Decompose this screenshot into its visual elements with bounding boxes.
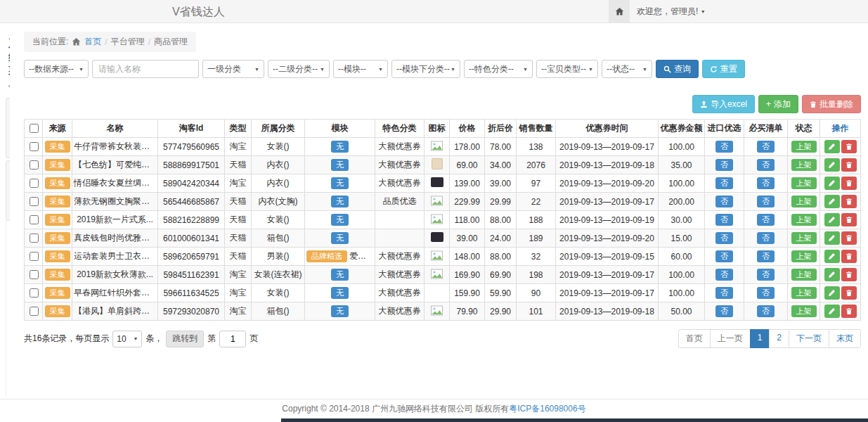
row-checkbox[interactable] bbox=[30, 252, 39, 261]
row-checkbox[interactable] bbox=[30, 142, 39, 151]
import-select-badge[interactable]: 否 bbox=[715, 159, 733, 171]
sidebar-item-1[interactable]: 模块商品分类 bbox=[9, 279, 10, 360]
search-button[interactable]: 查询 bbox=[656, 60, 699, 78]
edit-button[interactable] bbox=[824, 158, 840, 172]
per-page-select[interactable]: 10 ▼ bbox=[112, 331, 142, 347]
row-checkbox[interactable] bbox=[30, 215, 39, 224]
must-buy-badge[interactable]: 否 bbox=[757, 141, 775, 153]
filter-select-6[interactable]: --宝贝类型--▼ bbox=[536, 60, 598, 78]
icp-link[interactable]: 粤ICP备16098006号 bbox=[509, 403, 585, 415]
breadcrumb-home-link[interactable]: 首页 bbox=[84, 36, 101, 48]
must-buy-badge[interactable]: 否 bbox=[757, 232, 775, 244]
status-badge[interactable]: 上架 bbox=[791, 287, 817, 299]
row-checkbox[interactable] bbox=[30, 270, 39, 279]
edit-button[interactable] bbox=[824, 250, 840, 263]
import-select-badge[interactable]: 否 bbox=[715, 287, 733, 299]
row-checkbox[interactable] bbox=[30, 234, 39, 243]
filter-select-0[interactable]: --数据来源--▼ bbox=[24, 60, 89, 78]
row-select-cell bbox=[25, 211, 43, 229]
trash-icon bbox=[846, 307, 853, 315]
status-badge[interactable]: 上架 bbox=[791, 214, 817, 226]
sidebar-group-1[interactable]: 平台管理 bbox=[6, 160, 10, 221]
filter-select-3[interactable]: --模块--▼ bbox=[333, 60, 388, 78]
page-button-4[interactable]: 下一页 bbox=[789, 329, 829, 348]
batch-delete-button[interactable]: 批量删除 bbox=[802, 95, 861, 113]
delete-button[interactable] bbox=[841, 158, 857, 172]
row-checkbox[interactable] bbox=[30, 307, 39, 316]
home-button[interactable] bbox=[609, 0, 630, 23]
select-all-checkbox[interactable] bbox=[30, 124, 39, 133]
sidebar-item-2[interactable]: 特色分类 bbox=[9, 360, 10, 397]
page-button-1[interactable]: 上一页 bbox=[710, 329, 751, 348]
status-badge[interactable]: 上架 bbox=[791, 232, 817, 244]
sidebar-item-0[interactable]: 商品分类 bbox=[9, 222, 10, 279]
import-select-badge[interactable]: 否 bbox=[715, 305, 733, 317]
delete-button[interactable] bbox=[841, 195, 857, 208]
jump-button[interactable]: 跳转到 bbox=[166, 331, 204, 347]
delete-button[interactable] bbox=[841, 250, 857, 263]
row-checkbox[interactable] bbox=[30, 179, 39, 188]
filter-select-4[interactable]: --模块下分类--▼ bbox=[391, 60, 460, 78]
status-badge[interactable]: 上架 bbox=[791, 141, 817, 153]
import-select-badge[interactable]: 否 bbox=[715, 141, 733, 153]
edit-button[interactable] bbox=[824, 213, 840, 226]
import-select-badge[interactable]: 否 bbox=[715, 232, 733, 244]
coupon-time-cell: 2019-09-13—2019-09-17 bbox=[556, 266, 659, 284]
filter-select-5[interactable]: --特色分类--▼ bbox=[464, 60, 533, 78]
row-checkbox[interactable] bbox=[30, 160, 39, 170]
feature-cell: 大额优惠券 bbox=[375, 302, 425, 321]
filter-select-2[interactable]: --二级分类--▼ bbox=[268, 60, 330, 78]
import-select-cell: 否 bbox=[705, 284, 744, 302]
status-badge[interactable]: 上架 bbox=[791, 159, 817, 171]
filter-select-7[interactable]: --状态--▼ bbox=[602, 60, 652, 78]
page-button-5[interactable]: 末页 bbox=[829, 329, 861, 348]
import-excel-button[interactable]: 导入excel bbox=[692, 95, 755, 113]
delete-button[interactable] bbox=[841, 305, 857, 318]
delete-button[interactable] bbox=[841, 268, 857, 281]
edit-button[interactable] bbox=[824, 305, 840, 318]
import-select-badge[interactable]: 否 bbox=[715, 269, 733, 281]
import-select-badge[interactable]: 否 bbox=[715, 177, 733, 189]
status-badge[interactable]: 上架 bbox=[791, 196, 817, 207]
edit-button[interactable] bbox=[824, 140, 840, 153]
edit-button[interactable] bbox=[824, 286, 840, 300]
import-select-badge[interactable]: 否 bbox=[715, 250, 733, 262]
add-button[interactable]: + 添加 bbox=[758, 95, 798, 113]
page-button-2[interactable]: 1 bbox=[750, 329, 770, 348]
page-button-0[interactable]: 首页 bbox=[678, 329, 711, 348]
row-checkbox[interactable] bbox=[30, 197, 39, 206]
filter-select-1[interactable]: 一级分类▼ bbox=[202, 60, 264, 78]
edit-button[interactable] bbox=[824, 231, 840, 245]
import-select-badge[interactable]: 否 bbox=[715, 214, 733, 226]
reset-button[interactable]: 重置 bbox=[702, 60, 745, 78]
must-buy-badge[interactable]: 否 bbox=[757, 269, 775, 281]
page-number-input[interactable] bbox=[219, 331, 246, 347]
must-buy-badge[interactable]: 否 bbox=[757, 159, 775, 171]
import-select-badge[interactable]: 否 bbox=[715, 196, 733, 207]
must-buy-badge[interactable]: 否 bbox=[757, 214, 775, 226]
status-badge[interactable]: 上架 bbox=[791, 250, 817, 262]
coupon-amount-cell: 60.00 bbox=[659, 248, 705, 266]
must-buy-badge[interactable]: 否 bbox=[757, 196, 775, 207]
edit-button[interactable] bbox=[824, 195, 840, 208]
edit-button[interactable] bbox=[824, 268, 840, 281]
row-checkbox[interactable] bbox=[30, 288, 39, 298]
status-badge[interactable]: 上架 bbox=[791, 269, 817, 281]
sidebar-group-0[interactable]: 用户管理 bbox=[6, 98, 10, 158]
delete-button[interactable] bbox=[841, 231, 857, 245]
page-button-3[interactable]: 2 bbox=[769, 329, 789, 348]
name-search-input[interactable] bbox=[92, 60, 199, 78]
module-badge: 无 bbox=[331, 196, 349, 207]
delete-button[interactable] bbox=[841, 177, 857, 190]
delete-button[interactable] bbox=[841, 286, 857, 300]
must-buy-badge[interactable]: 否 bbox=[757, 250, 775, 262]
status-badge[interactable]: 上架 bbox=[791, 305, 817, 317]
must-buy-badge[interactable]: 否 bbox=[757, 177, 775, 189]
edit-button[interactable] bbox=[824, 177, 840, 190]
status-badge[interactable]: 上架 bbox=[791, 177, 817, 189]
must-buy-badge[interactable]: 否 bbox=[757, 305, 775, 317]
delete-button[interactable] bbox=[841, 213, 857, 226]
must-buy-badge[interactable]: 否 bbox=[757, 287, 775, 299]
delete-button[interactable] bbox=[841, 140, 857, 153]
user-menu[interactable]: 欢迎您，管理员! ▼ bbox=[637, 0, 706, 23]
